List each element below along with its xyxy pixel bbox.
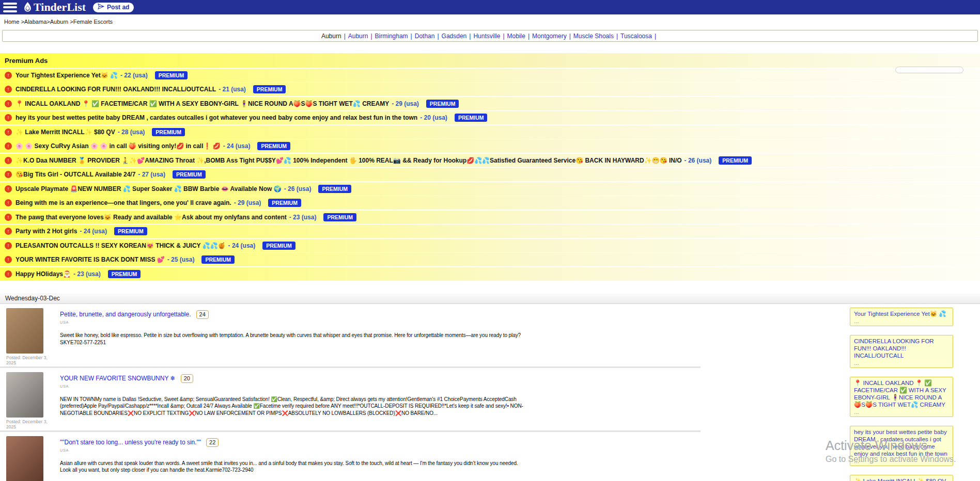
posted-date: Posted: December 3, 2025 — [6, 355, 54, 365]
city-link-auburn[interactable]: Auburn — [348, 33, 368, 40]
sidebar-ad[interactable]: hey its your best wettes petite baby DRE… — [850, 426, 953, 466]
sidebar-ad-title[interactable]: Your Tightest Experience Yet🐱 💦 — [854, 310, 949, 317]
city-link-gadsden[interactable]: Gadsden — [442, 33, 467, 40]
city-link-montgomery[interactable]: Montgomery — [532, 33, 567, 40]
breadcrumb-category[interactable]: Female Escorts — [73, 19, 113, 25]
breadcrumb-home[interactable]: Home — [4, 19, 19, 25]
age-badge: 22 — [206, 438, 219, 447]
sidebar-ad[interactable]: Your Tightest Experience Yet🐱 💦 ... — [850, 308, 953, 326]
listing-thumbnail[interactable] — [6, 372, 43, 418]
premium-ad-title[interactable]: 😘Big Tits Girl - OUTCALL Available 24/7 — [15, 171, 135, 178]
listing-title-link[interactable]: YOUR NEW FAVORITE SNOWBUNNY ❄ — [60, 375, 176, 382]
premium-ad-row[interactable]: ↑😘Big Tits Girl - OUTCALL Available 24/7… — [0, 168, 980, 181]
premium-ad-row[interactable]: ↑The pawg that everyone loves🐱 Ready and… — [0, 211, 980, 224]
premium-ad-row[interactable]: ↑hey its your best wettes petite baby DR… — [0, 111, 980, 124]
sidebar-ad-title[interactable]: ✨ Lake Merritt INCALL✨ $80 QV — [854, 477, 949, 481]
sidebar-ad-more: ... — [854, 458, 949, 464]
premium-ad-meta: - 25 (usa) — [167, 256, 195, 263]
sidebar-ad-title[interactable]: hey its your best wettes petite baby DRE… — [854, 428, 949, 457]
upvote-icon: ↑ — [5, 86, 12, 93]
premium-badge: PREMIUM — [455, 114, 488, 122]
city-link-huntsville[interactable]: Huntsville — [473, 33, 500, 40]
premium-ad-row[interactable]: ↑Your Tightest Experience Yet🐱 💦- 22 (us… — [0, 69, 980, 82]
premium-badge: PREMIUM — [257, 142, 290, 150]
premium-ad-title[interactable]: Your Tightest Experience Yet🐱 💦 — [15, 72, 118, 79]
city-current: Auburn — [321, 33, 341, 40]
premium-ad-row[interactable]: ↑PLEASANTON OUTCALLS !! SEXY KOREAN😻 THI… — [0, 239, 980, 252]
listing-location: USA — [60, 448, 525, 453]
listing-row: Posted: December 3, 2025 ""Don't stare t… — [0, 432, 701, 481]
listing-title-link[interactable]: ""Don't stare too long... unless you're … — [60, 439, 201, 446]
premium-ad-title[interactable]: hey its your best wettes petite baby DRE… — [15, 114, 417, 121]
listing-row: Posted: December 3, 2025 YOUR NEW FAVORI… — [0, 368, 701, 432]
premium-ad-row[interactable]: ↑✨K.O Daa NUMBER 🏅 PROVIDER 🧎✨💕AMAZING T… — [0, 154, 980, 167]
city-link-dothan[interactable]: Dothan — [415, 33, 435, 40]
listing-location: USA — [60, 320, 521, 325]
premium-ad-meta: - 23 (usa) — [289, 214, 317, 221]
age-badge: 24 — [196, 310, 209, 319]
listing-thumbnail[interactable] — [6, 308, 43, 354]
sidebar-ad-more: ... — [854, 409, 949, 415]
listing-thumbnail[interactable] — [6, 436, 43, 481]
premium-ad-row[interactable]: ↑🌸 🌸 Sexy CuRvy Asian 🌸 🌸 in call 🍑 visi… — [0, 139, 980, 153]
brand-name: TinderList — [34, 0, 86, 14]
sidebar-ad-title[interactable]: 📍 INCALL OAKLAND 📍 ✅ FACETIME/CAR ✅ WITH… — [854, 379, 949, 408]
hamburger-menu-icon[interactable] — [3, 3, 17, 12]
premium-ad-row[interactable]: ↑✨ Lake Merritt INCALL✨ $80 QV- 28 (usa)… — [0, 125, 980, 139]
date-header: Wednesday-03-Dec — [0, 293, 980, 304]
premium-ad-title[interactable]: 🌸 🌸 Sexy CuRvy Asian 🌸 🌸 in call 🍑 visit… — [15, 142, 221, 150]
listing-row: Posted: December 3, 2025 Petite, brunett… — [0, 304, 701, 368]
sidebar-ad[interactable]: CINDERELLA LOOKING FOR FUN!!! OAKLAND!!!… — [850, 335, 953, 368]
upvote-icon: ↑ — [5, 72, 12, 79]
premium-ads-section: Premium Ads ↑Your Tightest Experience Ye… — [0, 53, 980, 281]
post-ad-button[interactable]: Post ad — [93, 3, 134, 12]
age-badge: 20 — [181, 374, 193, 383]
premium-ad-row[interactable]: ↑Upscale Playmate 🚨NEW NUMBER 💦 Super So… — [0, 182, 980, 196]
premium-ad-title[interactable]: ✨K.O Daa NUMBER 🏅 PROVIDER 🧎✨💕AMAZING Th… — [15, 157, 682, 164]
posted-date: Posted: December 3, 2025 — [6, 419, 54, 429]
premium-ad-row[interactable]: ↑CINDERELLA LOOKING FOR FUN!!! OAKLAND!!… — [0, 83, 980, 96]
premium-ad-title[interactable]: Happy HOlidays🎅 — [15, 270, 71, 278]
city-link-muscle-shoals[interactable]: Muscle Shoals — [573, 33, 614, 40]
listing-description: Sweet like honey, bold like espresso. Pe… — [60, 332, 521, 339]
premium-ad-title[interactable]: Upscale Playmate 🚨NEW NUMBER 💦 Super Soa… — [15, 185, 282, 193]
premium-badge: PREMIUM — [173, 170, 206, 179]
sidebar-ad[interactable]: 📍 INCALL OAKLAND 📍 ✅ FACETIME/CAR ✅ WITH… — [850, 377, 953, 417]
premium-ad-row[interactable]: ↑Happy HOlidays🎅- 23 (usa)PREMIUM — [0, 267, 980, 281]
premium-ad-title[interactable]: 📍 INCALL OAKLAND 📍 ✅ FACETIME/CAR ✅ WITH… — [15, 100, 389, 107]
premium-ad-title[interactable]: The pawg that everyone loves🐱 Ready and … — [15, 214, 287, 221]
city-link-mobile[interactable]: Mobile — [507, 33, 525, 40]
premium-badge: PREMIUM — [323, 213, 356, 221]
upvote-icon: ↑ — [5, 256, 12, 263]
premium-ad-title[interactable]: CINDERELLA LOOKING FOR FUN!!! OAKLAND!!!… — [15, 86, 216, 93]
premium-ad-row[interactable]: ↑Being with me is an experience—one that… — [0, 196, 980, 210]
premium-ad-row[interactable]: ↑📍 INCALL OAKLAND 📍 ✅ FACETIME/CAR ✅ WIT… — [0, 97, 980, 110]
upvote-icon: ↑ — [5, 214, 12, 221]
premium-ad-meta: - 27 (usa) — [138, 171, 165, 178]
premium-ad-title[interactable]: PLEASANTON OUTCALLS !! SEXY KOREAN😻 THIC… — [15, 242, 226, 249]
premium-ad-row[interactable]: ↑YOUR WINTER FAVORITE IS BACK DONT MISS … — [0, 253, 980, 266]
premium-ad-title[interactable]: Party with 2 Hot girls — [15, 228, 77, 235]
upvote-icon: ↑ — [5, 199, 12, 206]
premium-ad-meta: - 29 (usa) — [234, 199, 261, 206]
city-link-birmingham[interactable]: Birmingham — [375, 33, 408, 40]
sidebar-ad-title[interactable]: CINDERELLA LOOKING FOR FUN!!! OAKLAND!!!… — [854, 338, 949, 359]
sidebar-ad[interactable]: ✨ Lake Merritt INCALL✨ $80 QV ... — [850, 475, 953, 481]
premium-ad-meta: - 20 (usa) — [420, 114, 447, 121]
upvote-icon: ↑ — [5, 142, 12, 150]
premium-ad-meta: - 24 (usa) — [223, 142, 251, 150]
scrollbar-thumb[interactable] — [895, 67, 963, 73]
brand-logo[interactable]: TinderList — [23, 0, 86, 14]
city-link-tuscaloosa[interactable]: Tuscaloosa — [620, 33, 652, 40]
listing-title-link[interactable]: Petite, brunette, and dangerously unforg… — [60, 311, 191, 318]
listing-contact: SKYE702-577-2251 — [60, 340, 521, 345]
premium-badge: PREMIUM — [253, 85, 286, 93]
premium-ad-title[interactable]: Being with me is an experience—one that … — [15, 199, 231, 206]
premium-ad-meta: - 24 (usa) — [80, 228, 107, 235]
premium-ad-title[interactable]: ✨ Lake Merritt INCALL✨ $80 QV — [15, 129, 115, 136]
listing-description: Asian allure with curves that speak loud… — [60, 460, 525, 474]
breadcrumb-city[interactable]: Auburn — [50, 19, 68, 25]
premium-ad-row[interactable]: ↑Party with 2 Hot girls- 24 (usa)PREMIUM — [0, 225, 980, 238]
premium-ad-title[interactable]: YOUR WINTER FAVORITE IS BACK DONT MISS 💕 — [15, 256, 165, 263]
breadcrumb-state[interactable]: Alabama — [24, 19, 46, 25]
